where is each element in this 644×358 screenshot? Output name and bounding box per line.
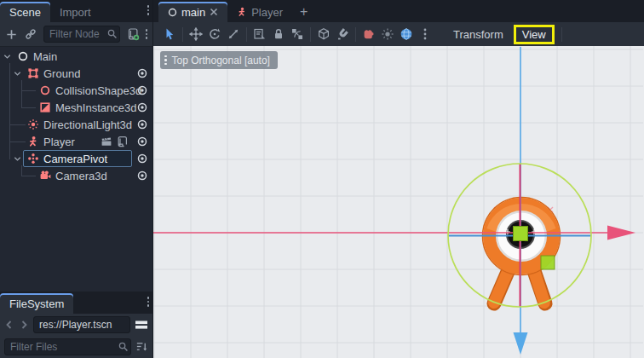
visibility-toggle[interactable] xyxy=(136,136,148,150)
scene-tab-player-label: Player xyxy=(251,6,283,19)
viewport-background xyxy=(153,46,644,358)
node3d-icon xyxy=(27,153,39,165)
preview-sun-toggle-icon xyxy=(381,27,394,41)
visibility-toggle[interactable] xyxy=(136,84,148,99)
visibility-toggle[interactable] xyxy=(136,170,148,184)
scene-tree: MainGroundCollisionShape3dMeshInstance3d… xyxy=(0,47,152,292)
group-tool-icon xyxy=(290,27,304,41)
attach-script-icon[interactable] xyxy=(126,27,140,41)
tree-node-label: MeshInstance3d xyxy=(55,101,136,114)
filesystem-menu-icon[interactable] xyxy=(147,297,150,307)
visibility-toggle[interactable] xyxy=(136,153,148,167)
snap-button[interactable] xyxy=(333,25,352,43)
preview-environment-button[interactable] xyxy=(397,25,416,43)
viewport-view-label: Top Orthogonal [auto] xyxy=(172,55,270,66)
toolbar-menu-icon xyxy=(418,27,432,41)
tree-row-player[interactable]: Player xyxy=(0,133,152,150)
expand-chevron-icon[interactable] xyxy=(13,154,22,164)
instance-options-icon xyxy=(101,136,112,147)
resource-path-box xyxy=(33,316,130,333)
scale-button[interactable] xyxy=(224,25,243,43)
tree-row-camerapivot[interactable]: CameraPivot xyxy=(0,150,152,167)
expand-chevron-icon[interactable] xyxy=(3,52,12,61)
add-node-icon[interactable] xyxy=(5,28,18,41)
local-space-button[interactable] xyxy=(314,25,333,43)
preview-sun-button[interactable] xyxy=(378,25,397,43)
menu-dots-button[interactable] xyxy=(416,25,434,43)
tree-node-label: Camera3d xyxy=(55,170,107,182)
viewport-3d[interactable]: Top Orthogonal [auto] xyxy=(153,46,644,358)
tab-import[interactable]: Import xyxy=(50,2,101,22)
tree-row-main[interactable]: Main xyxy=(0,48,152,65)
tree-row-directionallight3d[interactable]: DirectionalLight3d xyxy=(0,116,152,133)
badge-instance[interactable] xyxy=(101,136,112,147)
lock-button[interactable] xyxy=(269,25,288,43)
view-menu-highlight-box: View xyxy=(514,25,555,44)
move-tool-icon xyxy=(189,27,203,41)
tree-row-collisionshape3d[interactable]: CollisionShape3d xyxy=(0,82,152,99)
tree-node-label: CameraPivot xyxy=(43,153,107,165)
history-back-icon[interactable] xyxy=(4,320,14,330)
scene-tab-main-label: main xyxy=(181,6,205,19)
lock-tool-icon xyxy=(272,27,285,41)
godot-editor-window: Scene Import Main xyxy=(0,0,644,358)
tree-node-label: Player xyxy=(43,136,75,148)
visibility-toggle[interactable] xyxy=(136,118,148,133)
filter-files-input[interactable] xyxy=(4,338,131,355)
transform-menu[interactable]: Transform xyxy=(446,26,510,43)
viewport-canvas[interactable] xyxy=(153,46,644,358)
select-button[interactable] xyxy=(160,25,179,43)
visibility-eye-icon xyxy=(136,67,148,79)
scene-dock-menu-icon[interactable] xyxy=(147,5,150,15)
view-menu[interactable]: View xyxy=(520,27,548,42)
camera-preview-button[interactable] xyxy=(359,25,378,43)
tab-scene[interactable]: Scene xyxy=(0,2,50,22)
group-button[interactable] xyxy=(288,25,307,43)
scene-toolbar-menu-icon[interactable] xyxy=(146,29,148,39)
collision-shape-icon xyxy=(39,84,51,96)
filesystem-dock: FileSystem xyxy=(0,292,152,358)
tree-row-ground[interactable]: Ground xyxy=(0,65,152,82)
scene-tab-main[interactable]: main xyxy=(158,2,227,22)
scene-tab-player[interactable]: Player xyxy=(227,2,292,22)
tab-filesystem-label: FileSystem xyxy=(9,297,64,310)
static-body-icon xyxy=(27,67,39,79)
preview-environment-toggle-icon xyxy=(400,27,413,41)
plus-icon: + xyxy=(300,4,308,20)
scene-node-icon xyxy=(168,8,177,17)
camera-icon xyxy=(39,170,51,182)
split-mode-icon[interactable] xyxy=(135,319,148,331)
search-icon xyxy=(118,341,129,355)
toolbar-separator xyxy=(246,27,247,42)
rotate-tool-icon xyxy=(208,27,221,41)
filesystem-tabbar: FileSystem xyxy=(0,292,152,314)
viewport-view-menu[interactable]: Top Orthogonal [auto] xyxy=(160,51,278,69)
expand-chevron-icon[interactable] xyxy=(13,69,22,78)
instance-scene-link-icon[interactable] xyxy=(24,27,37,41)
new-scene-tab-button[interactable]: + xyxy=(292,2,315,22)
visibility-toggle[interactable] xyxy=(136,67,148,82)
tab-import-label: Import xyxy=(60,6,91,19)
list-select-button[interactable] xyxy=(250,25,269,43)
visibility-toggle[interactable] xyxy=(136,101,148,116)
toolbar-separator xyxy=(355,27,356,42)
tree-row-meshinstance3d[interactable]: MeshInstance3d xyxy=(0,99,152,116)
move-button[interactable] xyxy=(187,25,205,43)
tree-node-label: CollisionShape3d xyxy=(55,84,141,97)
tree-node-label: Main xyxy=(33,50,57,63)
history-forward-icon[interactable] xyxy=(19,320,29,330)
sort-files-icon[interactable] xyxy=(135,340,148,353)
tab-filesystem[interactable]: FileSystem xyxy=(0,293,73,314)
rotate-button[interactable] xyxy=(205,25,224,43)
resource-path-field[interactable] xyxy=(33,316,130,333)
visibility-eye-icon xyxy=(136,136,148,147)
tree-node-label: DirectionalLight3d xyxy=(43,118,132,131)
visibility-eye-icon xyxy=(136,101,148,113)
gizmo-plane-handle[interactable] xyxy=(541,256,555,269)
badge-script[interactable] xyxy=(116,136,128,147)
spatial-editor-toolbar: Transform View xyxy=(153,22,644,46)
gizmo-center-handle[interactable] xyxy=(514,227,528,241)
toolbar-separator xyxy=(561,27,562,42)
tree-row-camera3d[interactable]: Camera3d xyxy=(0,167,152,184)
close-tab-icon[interactable] xyxy=(210,8,218,16)
